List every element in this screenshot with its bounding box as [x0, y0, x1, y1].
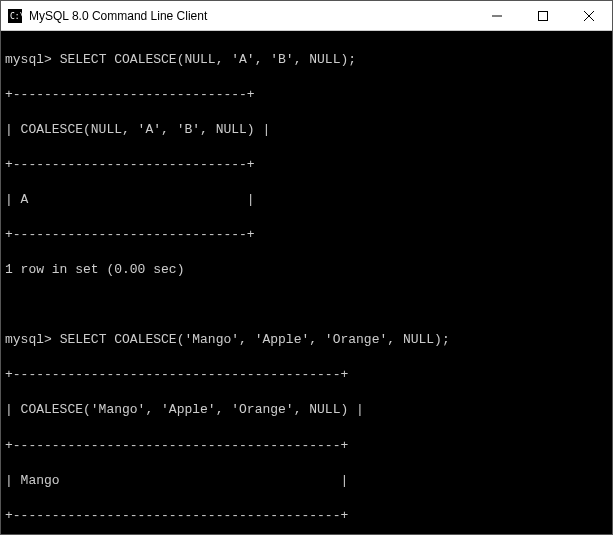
svg-text:C:\: C:\	[10, 12, 22, 21]
result-border: +---------------------------------------…	[5, 437, 608, 455]
result-header: | COALESCE('Mango', 'Apple', 'Orange', N…	[5, 401, 608, 419]
app-icon: C:\	[7, 8, 23, 24]
minimize-button[interactable]	[474, 1, 520, 30]
result-border: +---------------------------------------…	[5, 507, 608, 525]
result-border: +------------------------------+	[5, 226, 608, 244]
result-border: +---------------------------------------…	[5, 366, 608, 384]
result-border: +------------------------------+	[5, 86, 608, 104]
prompt-line: mysql> SELECT COALESCE('Mango', 'Apple',…	[5, 331, 608, 349]
window-controls	[474, 1, 612, 30]
svg-rect-3	[539, 11, 548, 20]
result-footer: 1 row in set (0.00 sec)	[5, 261, 608, 279]
close-button[interactable]	[566, 1, 612, 30]
window-title: MySQL 8.0 Command Line Client	[29, 9, 474, 23]
result-row: | Mango |	[5, 472, 608, 490]
result-row: | A |	[5, 191, 608, 209]
result-header: | COALESCE(NULL, 'A', 'B', NULL) |	[5, 121, 608, 139]
terminal-output[interactable]: mysql> SELECT COALESCE(NULL, 'A', 'B', N…	[1, 31, 612, 534]
result-border: +------------------------------+	[5, 156, 608, 174]
prompt-line: mysql> SELECT COALESCE(NULL, 'A', 'B', N…	[5, 51, 608, 69]
window-titlebar: C:\ MySQL 8.0 Command Line Client	[1, 1, 612, 31]
maximize-button[interactable]	[520, 1, 566, 30]
